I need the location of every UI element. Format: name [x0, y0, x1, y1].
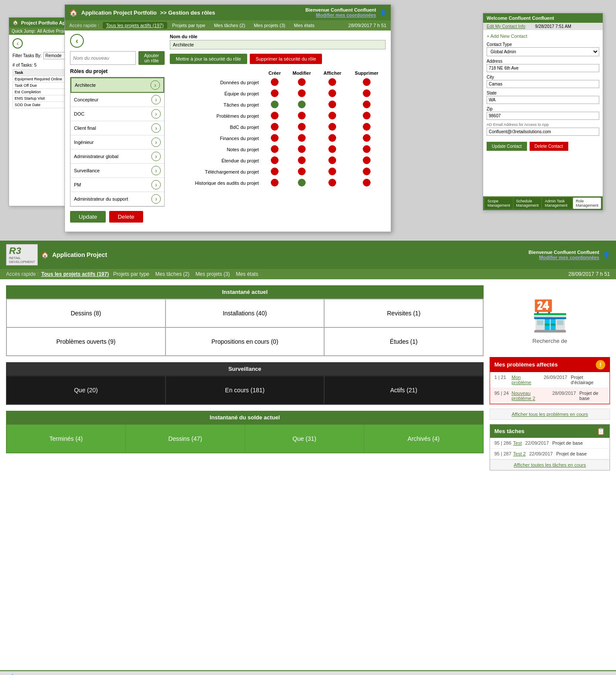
role-home-icon: 🏠	[69, 9, 78, 17]
role-item[interactable]: Surveillance›	[70, 164, 164, 178]
bottom-buttons: Update Delete	[70, 211, 165, 223]
role-user-link[interactable]: Modifier mes coordonnées	[306, 12, 376, 18]
perm-circle-red	[271, 134, 279, 142]
problems-list: 1 | 21Mon problème26/09/2017Projet d'écl…	[490, 372, 610, 404]
zip-input[interactable]	[487, 112, 599, 120]
delete-button[interactable]: Delete	[109, 211, 143, 223]
role-user-avatar: 👤	[380, 9, 386, 16]
problem-link[interactable]: Mon problème	[512, 375, 540, 385]
city-label: City	[487, 75, 599, 79]
role-item[interactable]: PM›	[70, 178, 164, 192]
main-nav-bar: Accès rapide : Tous les projets actifs (…	[0, 269, 616, 279]
role-item[interactable]: Concepteur›	[70, 93, 164, 107]
afficher-tasks-link[interactable]: Afficher toutes les tâches en cours	[490, 459, 610, 470]
r3-badge: R3	[9, 245, 21, 256]
problem-row: 95 | 24Nouveau problème 228/09/2017Proje…	[490, 388, 610, 404]
add-contact-button[interactable]: + Add New Contact	[487, 34, 599, 39]
role-name-label: Nom du rôle	[170, 34, 386, 39]
role-nav-bar: Accès rapide : Tous les projets actifs (…	[65, 20, 391, 31]
snapshot-cell[interactable]: Installations (40)	[165, 299, 325, 327]
state-input[interactable]	[487, 96, 599, 104]
new-role-input[interactable]	[70, 51, 136, 65]
ad-email-input[interactable]	[487, 128, 599, 136]
bottom-tab[interactable]: Admin Task Management	[542, 198, 572, 209]
role-nav-all-projects[interactable]: Tous les projets actifs (197)	[103, 22, 167, 29]
role-nav-projects-type[interactable]: Projets par type	[169, 22, 209, 29]
solde-cell[interactable]: Archivés (4)	[364, 425, 483, 453]
bg-contact-window: Welcome Confluent Confluent Edit My Cont…	[483, 13, 603, 211]
perm-circle-red	[271, 145, 279, 153]
snapshot-cell[interactable]: Études (1)	[324, 327, 483, 356]
zip-label: Zip	[487, 107, 599, 111]
perm-circle-red	[328, 101, 336, 108]
bg-back-btn[interactable]: ‹	[12, 38, 23, 49]
delete-contact-button[interactable]: Delete Contact	[530, 142, 568, 151]
problem-link[interactable]: Nouveau problème 2	[512, 391, 549, 401]
snapshot-cell[interactable]: Problèmes ouverts (9)	[6, 327, 165, 356]
add-role-button[interactable]: Ajouter un rôle	[138, 51, 165, 65]
security-delete-button[interactable]: Supprimer la sécurité du rôle	[250, 54, 322, 64]
surveillance-grid: Que (20)En cours (181)Actifs (21)	[6, 376, 484, 405]
solde-cell[interactable]: Terminés (4)	[6, 425, 126, 453]
role-title-bar: 🏠 Application Project Portfolio >> Gesti…	[65, 5, 391, 20]
snapshot-header: Instantané actuel	[6, 285, 484, 299]
perm-circle-red	[271, 112, 279, 119]
role-name-input[interactable]	[170, 40, 386, 49]
update-button[interactable]: Update	[70, 211, 106, 223]
role-nav-tasks[interactable]: Mes tâches (2)	[211, 22, 249, 29]
address-input[interactable]	[487, 64, 599, 72]
bottom-tab[interactable]: Role Management	[573, 198, 601, 209]
snapshot-cell[interactable]: Dessins (8)	[6, 299, 165, 327]
permission-row: Étendue du projet	[170, 155, 386, 166]
permission-row: Finances du projet	[170, 133, 386, 144]
permission-row: Téléchargement du projet	[170, 166, 386, 177]
contact-form: + Add New Contact Contact Type Global Ad…	[483, 30, 603, 154]
role-item[interactable]: Client final›	[70, 121, 164, 135]
bottom-tab[interactable]: Schedule Management	[514, 198, 542, 209]
main-nav-tasks[interactable]: Mes tâches (2)	[153, 271, 191, 277]
afficher-problems-link[interactable]: Afficher tous les problèmes en cours	[490, 409, 610, 420]
city-input[interactable]	[487, 80, 599, 88]
store-icon: 🏪	[531, 298, 569, 333]
contact-type-select[interactable]: Global Admin	[487, 47, 599, 56]
perm-circle-red	[328, 168, 336, 175]
role-item[interactable]: Administrateur du support›	[70, 192, 164, 206]
bottom-tab[interactable]: Scope Management	[485, 198, 513, 209]
edit-contact-link[interactable]: Edit My Contact Info	[487, 24, 525, 29]
back-button[interactable]: ‹	[70, 34, 84, 48]
security-update-button[interactable]: Mettre à jour la sécurité du rôle	[170, 54, 247, 64]
surveillance-cell[interactable]: Que (20)	[6, 376, 165, 404]
perm-circle-red	[271, 78, 279, 86]
role-nav-my-projects[interactable]: Mes projets (3)	[250, 22, 288, 29]
perm-circle-red	[298, 78, 306, 86]
main-nav-my-projects[interactable]: Mes projets (3)	[194, 271, 232, 277]
task-row: 95 | 287Test 222/09/2017Projet de base	[490, 449, 610, 459]
bottom-bar: 💧 👥	[0, 670, 616, 675]
surveillance-cell[interactable]: En cours (181)	[165, 376, 325, 404]
main-user-link[interactable]: Modifier mes coordonnées	[529, 255, 599, 260]
main-content: Instantané actuel Dessins (8)Installatio…	[0, 279, 616, 476]
main-nav-all-projects[interactable]: Tous les projets actifs (197)	[41, 271, 109, 277]
solde-cell[interactable]: Que (31)	[245, 425, 364, 453]
problems-header: Mes problèmes affectés !	[490, 357, 610, 372]
snapshot-cell[interactable]: Revisites (1)	[324, 299, 483, 327]
snapshot-cell[interactable]: Propositions en cours (0)	[165, 327, 325, 356]
perm-circle-red	[328, 123, 336, 131]
task-link[interactable]: Test	[513, 440, 522, 446]
role-nav-states[interactable]: Mes états	[291, 22, 318, 29]
perm-circle-red	[363, 145, 371, 153]
update-contact-button[interactable]: Update Contact	[487, 142, 527, 151]
solde-cell[interactable]: Dessins (47)	[126, 425, 245, 453]
role-item[interactable]: Ingénieur›	[70, 135, 164, 150]
perm-circle-red	[298, 134, 306, 142]
role-item[interactable]: DOC›	[70, 107, 164, 121]
task-link[interactable]: Test 2	[513, 451, 526, 456]
main-nav-projects-type[interactable]: Projets par type	[111, 271, 151, 277]
perm-circle-red	[271, 156, 279, 164]
role-item[interactable]: Administrateur global›	[70, 150, 164, 164]
tasks-list: 95 | 286Test22/09/2017Projet de base95 |…	[490, 438, 610, 459]
main-nav-states[interactable]: Mes états	[234, 271, 260, 277]
role-item[interactable]: Architecte›	[70, 77, 164, 93]
surveillance-cell[interactable]: Actifs (21)	[324, 376, 483, 404]
new-role-row: Ajouter un rôle	[70, 51, 165, 65]
